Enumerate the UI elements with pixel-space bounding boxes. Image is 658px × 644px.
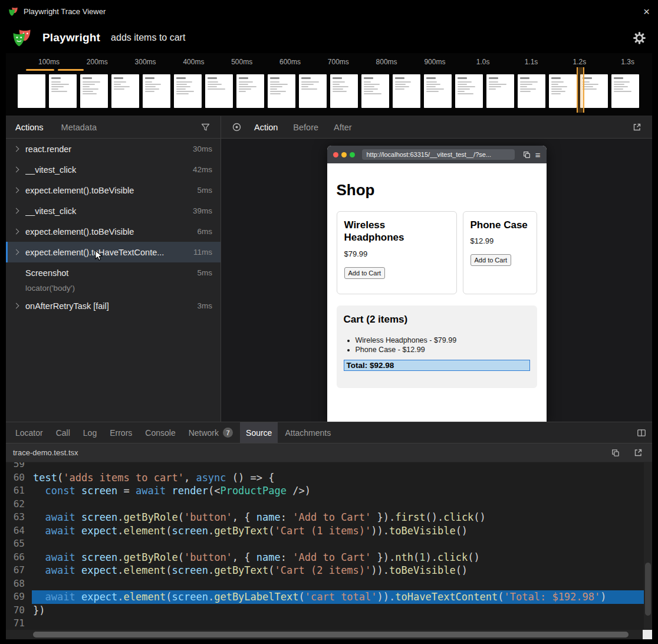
action-row[interactable]: react.render30ms (6, 139, 221, 159)
action-label: onAfterRetryTask [fail] (25, 301, 191, 311)
add-to-cart-button[interactable]: Add to Cart (471, 254, 512, 266)
tab-network[interactable]: Network7 (183, 422, 239, 443)
copy-source-icon[interactable] (608, 446, 623, 460)
action-row[interactable]: onAfterRetryTask [fail]3ms (6, 295, 221, 316)
timeline-thumbnail[interactable] (49, 74, 77, 108)
cart-section: Cart (2 items) Wireless Headphones - $79… (337, 305, 537, 388)
product-card: Phone Case$12.99Add to Cart (463, 211, 537, 294)
horizontal-scrollbar-thumb[interactable] (33, 632, 629, 638)
tab-label: Before (293, 123, 318, 132)
code-content: await screen.getByRole('button', { name:… (32, 511, 644, 524)
timeline-thumbnail[interactable] (549, 74, 577, 108)
menu-icon[interactable]: ≡ (535, 150, 541, 160)
filmstrip (18, 74, 639, 108)
tab-attachments[interactable]: Attachments (279, 422, 337, 443)
settings-gear-icon[interactable] (632, 31, 646, 45)
chevron-right-icon[interactable] (14, 208, 19, 213)
code-line: 64 await expect.element(screen.getByText… (6, 524, 644, 538)
network-count-badge: 7 (223, 428, 233, 438)
product-grid: Wireless Headphones$79.99Add to CartPhon… (337, 211, 537, 294)
timeline-thumbnail[interactable] (299, 74, 327, 108)
code-content: const screen = await render(<ProductPage… (32, 484, 644, 498)
timeline-thumbnail[interactable] (455, 74, 483, 108)
action-row[interactable]: __vitest_click39ms (6, 201, 221, 221)
cart-total: Total: $92.98 (344, 360, 530, 371)
action-duration: 5ms (197, 268, 212, 277)
timeline-label: 1.3s (621, 58, 634, 66)
chevron-right-icon (14, 270, 19, 275)
action-row[interactable]: expect.element().toHaveTextConte...11ms (6, 242, 221, 262)
tab-source[interactable]: Source (240, 422, 278, 443)
tab-action[interactable]: Action (253, 116, 279, 138)
tab-before[interactable]: Before (292, 116, 320, 138)
traffic-light-green-icon (350, 152, 355, 157)
tab-log[interactable]: Log (77, 422, 103, 443)
chevron-right-icon[interactable] (14, 146, 19, 152)
vertical-scrollbar-thumb[interactable] (645, 563, 651, 616)
filter-icon[interactable] (198, 120, 212, 134)
chevron-right-icon[interactable] (14, 303, 19, 308)
line-number: 61 (6, 484, 32, 498)
horizontal-scrollbar[interactable] (6, 630, 643, 639)
tab-locator[interactable]: Locator (9, 422, 49, 443)
scrollbar-corner (643, 630, 652, 639)
code-content: await expect.element(screen.getByText('C… (32, 564, 644, 577)
timeline-thumbnail[interactable] (205, 74, 233, 108)
chevron-right-icon[interactable] (14, 229, 19, 234)
timeline-label: 300ms (135, 58, 156, 66)
timeline-thumbnail[interactable] (393, 74, 420, 108)
copy-url-icon[interactable] (522, 147, 532, 162)
code-line: 59 (6, 462, 644, 471)
timeline-label: 100ms (38, 58, 60, 66)
line-number: 67 (6, 564, 32, 577)
timeline-thumbnail[interactable] (268, 74, 295, 108)
chevron-right-icon[interactable] (14, 249, 19, 255)
timeline-thumbnail[interactable] (174, 74, 202, 108)
pick-locator-icon[interactable] (229, 120, 244, 134)
tab-errors[interactable]: Errors (104, 422, 138, 443)
code-line: 61 const screen = await render(<ProductP… (6, 484, 644, 498)
tab-call[interactable]: Call (50, 422, 76, 443)
open-source-external-icon[interactable] (631, 446, 645, 460)
timeline-thumbnail[interactable] (330, 74, 358, 108)
close-icon[interactable]: × (643, 6, 650, 17)
snapshot-area: http://localhost:63315/__vitest_test__/?… (221, 139, 652, 422)
split-view-icon[interactable] (634, 426, 649, 440)
window-titlebar: Playwright Trace Viewer × (0, 0, 658, 22)
tab-label: Errors (110, 428, 132, 438)
timeline-thumbnail[interactable] (111, 74, 139, 108)
tab-after[interactable]: After (333, 116, 353, 138)
timeline-thumbnail[interactable] (236, 74, 264, 108)
action-duration: 6ms (197, 227, 212, 236)
chevron-right-icon[interactable] (14, 188, 19, 193)
timeline-thumbnail[interactable] (486, 74, 514, 108)
cart-items: Wireless Headphones - $79.99Phone Case -… (356, 336, 530, 354)
tab-actions[interactable]: Actions (14, 116, 45, 138)
timeline-thumbnail[interactable] (424, 74, 452, 108)
tab-metadata[interactable]: Metadata (60, 116, 98, 138)
action-row[interactable]: expect.element().toBeVisible5ms (6, 180, 221, 201)
browser-chrome: http://localhost:63315/__vitest_test__/?… (327, 146, 547, 163)
timeline-action-bar (58, 69, 84, 71)
timeline-thumbnail[interactable] (518, 74, 545, 108)
code-content: test('adds items to cart', async () => { (32, 471, 644, 485)
preview-tabbar-tabs: ActionBeforeAfter (253, 116, 353, 138)
add-to-cart-button[interactable]: Add to Cart (344, 267, 386, 279)
code-content (32, 498, 644, 511)
vertical-scrollbar[interactable] (644, 462, 652, 630)
timeline-thumbnail[interactable] (361, 74, 389, 108)
action-row[interactable]: __vitest_click42ms (6, 159, 221, 180)
timeline-thumbnail[interactable] (18, 74, 45, 108)
timeline-thumbnail[interactable] (143, 74, 170, 108)
timeline-thumbnail[interactable] (611, 74, 639, 108)
chevron-right-icon[interactable] (14, 167, 19, 172)
timeline-label: 600ms (279, 58, 301, 66)
open-snapshot-external-icon[interactable] (630, 120, 644, 134)
action-row[interactable]: expect.element().toBeVisible6ms (6, 221, 221, 242)
timeline-thumbnail[interactable] (80, 74, 108, 108)
timeline-label: 700ms (328, 58, 349, 66)
tab-console[interactable]: Console (139, 422, 181, 443)
timeline-selection-marker[interactable] (577, 67, 584, 113)
code-content: await expect.element(screen.getByText('C… (32, 524, 644, 538)
timeline-thumbnail[interactable] (580, 74, 608, 108)
